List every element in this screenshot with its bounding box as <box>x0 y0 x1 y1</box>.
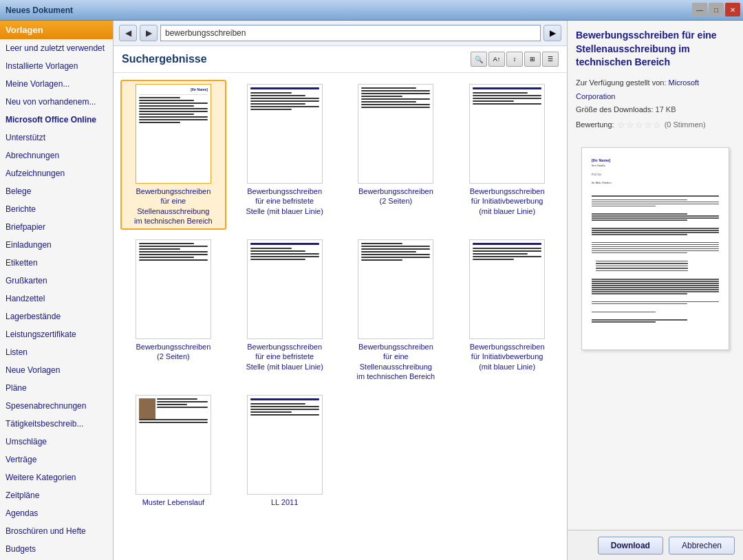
search-input[interactable] <box>160 25 541 41</box>
download-button[interactable]: Download <box>598 537 663 554</box>
template-thumb-8 <box>469 239 545 339</box>
template-label-5: Bewerbungsschreiben (2 Seiten) <box>133 342 213 362</box>
preview-doc-addr2: PLZ Ort <box>592 173 719 177</box>
rating-stars: ☆☆☆☆☆ <box>617 117 662 133</box>
rating-label: Bewertung: <box>576 118 614 132</box>
template-thumb-4 <box>469 84 545 184</box>
sidebar-header: Vorlagen <box>0 21 113 39</box>
view-grid-btn[interactable]: ⊞ <box>524 52 541 67</box>
sidebar-item-berichte[interactable]: Berichte <box>0 200 113 218</box>
template-thumb-1: [Ihr Name] <box>136 84 211 184</box>
sidebar-item-einladungen[interactable]: Einladungen <box>0 236 113 254</box>
results-tools: 🔍 A↑ ↕ ⊞ ☰ <box>471 52 559 67</box>
template-thumb-10 <box>247 395 323 495</box>
preview-doc-container: [Ihr Name] Ihre Straße PLZ Ort Ihr Mob./… <box>568 142 743 530</box>
view-list-btn[interactable]: ☰ <box>542 52 559 67</box>
template-item-1[interactable]: [Ihr Name] Bewerbungsschreiben für eine … <box>120 80 226 230</box>
preview-info: Bewerbungsschreiben für eine Stellenauss… <box>568 21 743 142</box>
template-item-3[interactable]: Bewerbungsschreiben (2 Seiten) <box>343 80 449 230</box>
template-item-2[interactable]: Bewerbungsschreiben für eine befristete … <box>232 80 338 230</box>
template-label-3: Bewerbungsschreiben (2 Seiten) <box>356 186 435 206</box>
nav-bar: ◀ ▶ ▶ <box>114 21 567 46</box>
preview-doc: [Ihr Name] Ihre Straße PLZ Ort Ihr Mob./… <box>581 147 729 350</box>
close-button[interactable]: ✕ <box>725 3 740 17</box>
template-label-6: Bewerbungsschreiben für eine befristete … <box>245 342 324 371</box>
template-label-10: LL 2011 <box>271 497 298 507</box>
template-item-5[interactable]: Bewerbungsschreiben (2 Seiten) <box>120 235 226 385</box>
sidebar-item-leer[interactable]: Leer und zuletzt verwendet <box>0 39 113 57</box>
sidebar-item-spesenabrechnungen[interactable]: Spesenabrechnungen <box>0 397 113 415</box>
results-title: Suchergebnisse <box>122 53 207 65</box>
sort-size-btn[interactable]: ↕ <box>506 52 523 67</box>
sidebar-item-taetigkeitsbeschreibung[interactable]: Tätigkeitsbeschreib... <box>0 415 113 433</box>
main-container: Vorlagen Leer und zuletzt verwendetInsta… <box>0 21 743 560</box>
template-thumb-9 <box>136 395 211 495</box>
sidebar-item-broschueren[interactable]: Broschüren und Hefte <box>0 522 113 540</box>
sidebar-item-unterstuetzt[interactable]: Unterstützt <box>0 129 113 147</box>
sidebar-item-zeitplaene[interactable]: Zeitpläne <box>0 486 113 504</box>
template-item-8[interactable]: Bewerbungsschreiben für Initiativbewerbu… <box>454 235 560 385</box>
preview-panel: Bewerbungsschreiben für eine Stellenauss… <box>568 21 743 560</box>
back-button[interactable]: ◀ <box>119 25 137 41</box>
sidebar-item-online[interactable]: Microsoft Office Online <box>0 111 113 129</box>
center-panel: ◀ ▶ ▶ Suchergebnisse 🔍 A↑ ↕ ⊞ ☰ [Ihr Nam… <box>114 21 568 560</box>
sidebar: Vorlagen Leer und zuletzt verwendetInsta… <box>0 21 114 560</box>
template-item-10[interactable]: LL 2011 <box>232 391 338 511</box>
sidebar-item-grusskarten[interactable]: Grußkarten <box>0 272 113 290</box>
sidebar-item-budgets[interactable]: Budgets <box>0 540 113 558</box>
sidebar-item-aufzeichnungen[interactable]: Aufzeichnungen <box>0 164 113 182</box>
minimize-button[interactable]: — <box>692 3 707 17</box>
template-item-9[interactable]: Muster Lebenslauf <box>120 391 226 511</box>
sidebar-item-weitere[interactable]: Weitere Kategorien <box>0 469 113 486</box>
provided-by-label: Zur Verfügung gestellt von: <box>576 78 666 87</box>
sidebar-item-vertraege[interactable]: Verträge <box>0 451 113 469</box>
template-label-1: Bewerbungsschreiben für eine Stellenauss… <box>133 186 213 226</box>
preview-doc-addr1: Ihre Straße <box>592 164 719 168</box>
sidebar-item-umschlaege[interactable]: Umschläge <box>0 433 113 451</box>
template-item-4[interactable]: Bewerbungsschreiben für Initiativbewerbu… <box>454 80 560 230</box>
window-controls: — □ ✕ <box>692 3 740 17</box>
sidebar-item-briefpapier[interactable]: Briefpapier <box>0 218 113 236</box>
template-item-7[interactable]: Bewerbungsschreiben für eine Stellenauss… <box>343 235 449 385</box>
window-title: Neues Dokument <box>6 6 73 15</box>
download-size-value: 17 KB <box>656 105 676 114</box>
sidebar-item-neu[interactable]: Neu von vorhandenem... <box>0 93 113 111</box>
template-thumb-3 <box>358 84 433 184</box>
sidebar-item-meine[interactable]: Meine Vorlagen... <box>0 75 113 93</box>
maximize-button[interactable]: □ <box>709 3 724 17</box>
template-label-2: Bewerbungsschreiben für eine befristete … <box>245 186 324 216</box>
preview-doc-name: [Ihr Name] <box>592 158 719 164</box>
go-button[interactable]: ▶ <box>543 25 561 41</box>
sidebar-items: Leer und zuletzt verwendetInstallierte V… <box>0 39 113 560</box>
sidebar-item-belege[interactable]: Belege <box>0 182 113 200</box>
preview-doc-addr3: Ihr Mob./Telefon <box>592 181 719 185</box>
rating-count: (0 Stimmen) <box>665 118 706 132</box>
preview-title: Bewerbungsschreiben für eine Stellenauss… <box>576 29 735 69</box>
forward-button[interactable]: ▶ <box>140 25 158 41</box>
sidebar-item-plaene[interactable]: Pläne <box>0 379 113 397</box>
template-thumb-5 <box>136 239 211 339</box>
template-thumb-2 <box>247 84 323 184</box>
search-tool-btn[interactable]: 🔍 <box>471 52 487 67</box>
sidebar-item-abrechnungen[interactable]: Abrechnungen <box>0 147 113 164</box>
cancel-button[interactable]: Abbrechen <box>669 537 735 554</box>
sidebar-item-etiketten[interactable]: Etiketten <box>0 254 113 272</box>
sidebar-item-installiert[interactable]: Installierte Vorlagen <box>0 57 113 75</box>
bottom-bar: Download Abbrechen <box>568 530 743 560</box>
sidebar-item-neue-vorlagen[interactable]: Neue Vorlagen <box>0 361 113 379</box>
download-size-label: Größe des Downloads: <box>576 105 654 114</box>
template-label-8: Bewerbungsschreiben für Initiativbewerbu… <box>468 342 547 371</box>
sidebar-item-agendas[interactable]: Agendas <box>0 504 113 522</box>
template-thumb-7 <box>358 239 433 339</box>
template-label-7: Bewerbungsschreiben für eine Stellenauss… <box>356 342 435 381</box>
titlebar: Neues Dokument — □ ✕ <box>0 0 743 21</box>
sidebar-item-handzettel[interactable]: Handzettel <box>0 290 113 308</box>
sidebar-item-leistungszertifikate[interactable]: Leistungszertifikate <box>0 325 113 343</box>
sidebar-item-listen[interactable]: Listen <box>0 343 113 361</box>
sort-az-btn[interactable]: A↑ <box>488 52 505 67</box>
template-label-4: Bewerbungsschreiben für Initiativbewerbu… <box>468 186 547 216</box>
template-thumb-6 <box>247 239 323 339</box>
template-grid: [Ihr Name] Bewerbungsschreiben für eine … <box>114 73 567 560</box>
template-item-6[interactable]: Bewerbungsschreiben für eine befristete … <box>232 235 338 385</box>
sidebar-item-lagerbestaende[interactable]: Lagerbestände <box>0 308 113 325</box>
